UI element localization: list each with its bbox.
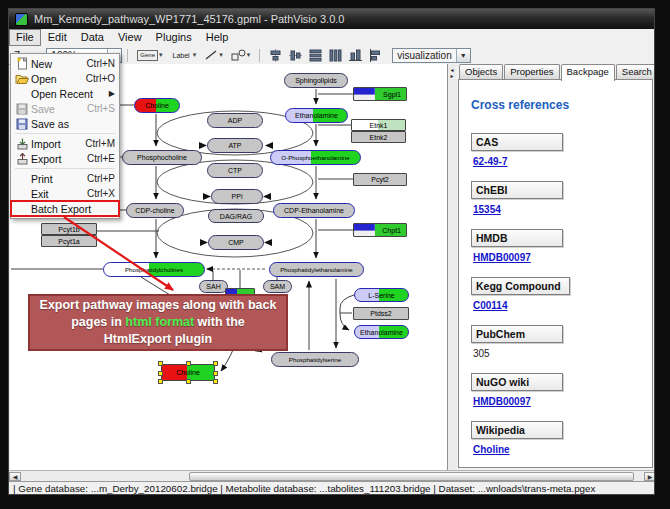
node-pcyt2[interactable]: Pcyt2 [353,173,407,186]
menubar-item-file[interactable]: File [9,29,41,46]
panel-splitter[interactable]: ◂ ▸ [448,64,456,470]
selection-handle[interactable] [186,361,191,366]
distribute-vertical-button[interactable] [309,49,322,62]
node-sah[interactable]: SAH [199,280,228,293]
selection-handle[interactable] [213,379,218,384]
distribute-horizontal-button[interactable] [329,49,342,62]
crossref-value-choline[interactable]: Choline [473,444,652,455]
align-center-vertical-button[interactable] [289,49,302,62]
node-etnk2[interactable]: Etnk2 [351,131,406,143]
side-panel-tabs: ObjectsPropertiesBackpageSearchLegend [456,64,655,79]
node-sphingolipids[interactable]: Sphingolipids [284,73,348,88]
crossref-title: Kegg Compound [471,277,570,295]
node-atp[interactable]: ATP [207,138,263,153]
tab-search[interactable]: Search [616,64,655,79]
node-cmp[interactable]: CMP [208,235,264,250]
horizontal-scrollbar[interactable]: ◀ ▶ [9,470,655,481]
tab-properties[interactable]: Properties [504,64,559,79]
crossref-value-hmdb00097[interactable]: HMDB00097 [473,252,652,263]
chevron-down-icon[interactable]: ▾ [159,51,163,59]
node-pcyt1b[interactable]: Pcyt1b [41,223,97,235]
selection-handle[interactable] [186,379,191,384]
chevron-down-icon[interactable]: ▾ [247,51,251,59]
node-pcyt1a[interactable]: Pcyt1a [41,235,97,247]
tab-backpage[interactable]: Backpage [561,64,615,81]
node-choline[interactable]: Choline [134,98,180,113]
node-o-phosphoethanolamine[interactable]: O-Phosphoethanolamine [270,150,361,165]
no-icon [13,88,31,100]
file-menu-item-export[interactable]: ExportCtrl+E [11,151,119,166]
file-menu-item-new[interactable]: NewCtrl+N [11,56,119,71]
align-left-button[interactable] [369,49,382,62]
file-menu-item-open-recent[interactable]: Open Recent▶ [11,86,119,101]
selection-handle[interactable] [158,361,163,366]
gene-tool-button[interactable]: Gene▾ [134,47,165,64]
scroll-right-icon[interactable]: ▶ [644,472,655,481]
node-adp[interactable]: ADP [207,113,263,128]
file-menu-item-exit[interactable]: ExitCtrl+X [11,186,119,201]
menubar-item-view[interactable]: View [111,29,149,46]
import-icon [13,138,31,150]
node-l-serine[interactable]: L-Serine [354,288,409,302]
align-bottom-button[interactable] [349,49,362,62]
crossref-value-hmdb00097[interactable]: HMDB00097 [473,396,652,407]
node-etnk1[interactable]: Etnk1 [351,119,406,131]
menubar-item-data[interactable]: Data [74,29,111,46]
node-label: Etnk2 [370,134,388,141]
label-tool-button[interactable]: Label▾ [168,47,200,64]
node-ptdss2[interactable]: Ptdss2 [353,307,409,320]
file-menu-item-save-as[interactable]: Save as [11,116,119,131]
crossref-section-kegg-compound: Kegg CompoundC00114 [471,276,652,311]
selection-handle[interactable] [158,371,163,376]
crossref-title: PubChem [471,325,563,343]
align-center-horizontal-button[interactable] [269,49,282,62]
align-center-horizontal-icon [269,49,282,62]
node-label: Etnk1 [370,122,388,129]
node-sam[interactable]: SAM [263,280,292,293]
crossref-value-c00114[interactable]: C00114 [473,300,652,311]
scroll-left-icon[interactable]: ◀ [9,472,21,481]
align-left-icon [369,49,382,62]
node-ctp[interactable]: CTP [207,163,263,178]
node-ppi[interactable]: PPi [211,189,263,204]
node-cdp-choline[interactable]: CDP-choline [126,203,184,218]
node-dag-rag[interactable]: DAG/RAG [208,209,264,223]
node-sgpl1[interactable]: Sgpl1 [353,87,407,101]
menubar-item-help[interactable]: Help [199,29,236,46]
node-label: Phosphatidylcholines [125,266,183,273]
chevron-down-icon[interactable]: ▼ [456,49,470,62]
chevron-down-icon[interactable]: ▾ [193,51,197,59]
splitter-collapse-right-icon[interactable]: ▸ [450,73,453,79]
line-tool-button[interactable]: ▾ [201,47,226,64]
selection-handle[interactable] [213,361,218,366]
shape-tool-icon [231,49,246,61]
tab-objects[interactable]: Objects [459,64,503,79]
file-menu-item-open[interactable]: OpenCtrl+O [11,71,119,86]
visualization-combobox[interactable]: visualization ▼ [392,48,470,63]
node-cdp-ethanolamine[interactable]: CDP-Ethanolamine [273,203,355,218]
file-menu-item-batch-export[interactable]: Batch Export [11,201,119,216]
node-ethanolamine[interactable]: Ethanolamine [354,325,409,339]
menubar-item-plugins[interactable]: Plugins [149,29,199,46]
selection-handle[interactable] [213,371,218,376]
menubar-item-edit[interactable]: Edit [41,29,74,46]
chevron-down-icon[interactable]: ▾ [219,51,223,59]
scrollbar-thumb[interactable] [189,472,634,481]
node-ethanolamine[interactable]: Ethanolamine [285,108,348,123]
node-label: CDP-Ethanolamine [284,207,344,214]
node-label: Pcyt1b [58,226,79,233]
selection-handle[interactable] [158,379,163,384]
crossref-section-chebi: ChEBI15354 [471,180,652,215]
shape-tool-button[interactable]: ▾ [228,47,254,64]
crossref-value-15354[interactable]: 15354 [473,204,652,215]
node-phosphatidylcholines[interactable]: Phosphatidylcholines [103,262,205,277]
no-icon [13,173,31,185]
crossref-section-wikipedia: WikipediaCholine [471,420,652,455]
node-phosphatidylethanolamine[interactable]: Phosphatidylethanolamine [269,262,364,277]
crossref-value-62-49-7[interactable]: 62-49-7 [473,156,652,167]
node-chpt1[interactable]: Chpt1 [353,223,407,237]
file-menu-item-import[interactable]: ImportCtrl+M [11,136,119,151]
file-menu-item-print[interactable]: PrintCtrl+P [11,171,119,186]
node-phosphatidylserine[interactable]: Phosphatidylserine [271,352,359,367]
node-phosphocholine[interactable]: Phosphocholine [122,150,202,165]
